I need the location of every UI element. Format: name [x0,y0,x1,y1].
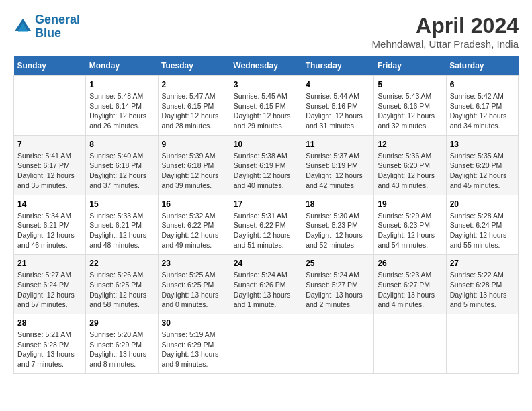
day-number: 17 [234,199,298,209]
day-number: 13 [450,140,515,149]
day-info: Sunrise: 5:22 AMSunset: 6:28 PMDaylight:… [450,270,515,310]
day-number: 23 [162,259,226,268]
calendar-cell: 1Sunrise: 5:48 AMSunset: 6:14 PMDaylight… [86,76,158,136]
day-number: 10 [234,140,298,149]
day-number: 9 [162,140,226,149]
page-subtitle: Mehndawal, Uttar Pradesh, India [372,38,519,50]
calendar-table: SundayMondayTuesdayWednesdayThursdayFrid… [13,56,519,374]
day-info: Sunrise: 5:38 AMSunset: 6:19 PMDaylight:… [234,151,298,191]
day-info: Sunrise: 5:31 AMSunset: 6:22 PMDaylight:… [234,211,298,250]
day-info: Sunrise: 5:41 AMSunset: 6:17 PMDaylight:… [17,151,82,191]
day-number: 14 [17,199,82,209]
calendar-cell: 24Sunrise: 5:24 AMSunset: 6:26 PMDayligh… [230,255,302,314]
day-number: 22 [89,259,154,268]
calendar-cell: 5Sunrise: 5:43 AMSunset: 6:16 PMDaylight… [374,76,446,136]
day-number: 28 [17,318,82,328]
calendar-cell: 27Sunrise: 5:22 AMSunset: 6:28 PMDayligh… [446,255,518,314]
calendar-cell: 15Sunrise: 5:33 AMSunset: 6:21 PMDayligh… [86,195,158,255]
calendar-cell: 2Sunrise: 5:47 AMSunset: 6:15 PMDaylight… [158,76,230,136]
logo-line2: Blue [35,26,61,40]
day-info: Sunrise: 5:24 AMSunset: 6:26 PMDaylight:… [234,270,298,310]
page-title: April 2024 [372,13,519,38]
day-number: 21 [17,259,82,268]
day-info: Sunrise: 5:48 AMSunset: 6:14 PMDaylight:… [89,91,154,131]
weekday-header-sunday: Sunday [14,56,86,76]
day-info: Sunrise: 5:26 AMSunset: 6:25 PMDaylight:… [89,270,154,310]
day-info: Sunrise: 5:42 AMSunset: 6:17 PMDaylight:… [450,91,515,131]
day-info: Sunrise: 5:34 AMSunset: 6:21 PMDaylight:… [17,211,82,250]
calendar-cell: 26Sunrise: 5:23 AMSunset: 6:27 PMDayligh… [374,255,446,314]
day-info: Sunrise: 5:28 AMSunset: 6:24 PMDaylight:… [450,211,515,250]
day-number: 25 [306,259,370,268]
day-info: Sunrise: 5:32 AMSunset: 6:22 PMDaylight:… [162,211,226,250]
day-number: 15 [89,199,154,209]
day-info: Sunrise: 5:27 AMSunset: 6:24 PMDaylight:… [17,270,82,310]
day-number: 19 [378,199,442,209]
calendar-cell: 16Sunrise: 5:32 AMSunset: 6:22 PMDayligh… [158,195,230,255]
calendar-cell [374,314,446,374]
calendar-cell [230,314,302,374]
day-info: Sunrise: 5:47 AMSunset: 6:15 PMDaylight:… [162,91,226,131]
calendar-cell: 3Sunrise: 5:45 AMSunset: 6:15 PMDaylight… [230,76,302,136]
calendar-cell [446,314,518,374]
day-info: Sunrise: 5:29 AMSunset: 6:23 PMDaylight:… [378,211,442,250]
calendar-cell [302,314,374,374]
calendar-cell: 4Sunrise: 5:44 AMSunset: 6:16 PMDaylight… [302,76,374,136]
day-info: Sunrise: 5:45 AMSunset: 6:15 PMDaylight:… [234,91,298,131]
logo-line1: General [35,13,80,26]
day-number: 3 [234,80,298,89]
calendar-cell: 13Sunrise: 5:35 AMSunset: 6:20 PMDayligh… [446,135,518,195]
day-info: Sunrise: 5:37 AMSunset: 6:19 PMDaylight:… [306,151,370,191]
day-number: 20 [450,199,515,209]
calendar-cell: 9Sunrise: 5:39 AMSunset: 6:18 PMDaylight… [158,135,230,195]
page-header: General Blue April 2024 Mehndawal, Uttar… [13,13,519,50]
calendar-cell: 8Sunrise: 5:40 AMSunset: 6:18 PMDaylight… [86,135,158,195]
title-block: April 2024 Mehndawal, Uttar Pradesh, Ind… [372,13,519,50]
logo-icon [13,17,32,36]
day-number: 30 [162,318,226,328]
weekday-header-wednesday: Wednesday [230,56,302,76]
day-number: 16 [162,199,226,209]
day-info: Sunrise: 5:39 AMSunset: 6:18 PMDaylight:… [162,151,226,191]
day-number: 2 [162,80,226,89]
calendar-cell: 12Sunrise: 5:36 AMSunset: 6:20 PMDayligh… [374,135,446,195]
day-number: 27 [450,259,515,268]
weekday-header-tuesday: Tuesday [158,56,230,76]
calendar-cell: 21Sunrise: 5:27 AMSunset: 6:24 PMDayligh… [14,255,86,314]
weekday-header-saturday: Saturday [446,56,518,76]
day-number: 5 [378,80,442,89]
day-info: Sunrise: 5:25 AMSunset: 6:25 PMDaylight:… [162,270,226,310]
day-info: Sunrise: 5:24 AMSunset: 6:27 PMDaylight:… [306,270,370,310]
day-info: Sunrise: 5:21 AMSunset: 6:28 PMDaylight:… [17,330,82,369]
day-info: Sunrise: 5:23 AMSunset: 6:27 PMDaylight:… [378,270,442,310]
calendar-cell [14,76,86,136]
calendar-cell: 17Sunrise: 5:31 AMSunset: 6:22 PMDayligh… [230,195,302,255]
day-number: 1 [89,80,154,89]
calendar-row-1: 7Sunrise: 5:41 AMSunset: 6:17 PMDaylight… [14,135,519,195]
weekday-header-row: SundayMondayTuesdayWednesdayThursdayFrid… [14,56,519,76]
day-info: Sunrise: 5:19 AMSunset: 6:29 PMDaylight:… [162,330,226,369]
day-info: Sunrise: 5:30 AMSunset: 6:23 PMDaylight:… [306,211,370,250]
day-number: 24 [234,259,298,268]
calendar-row-0: 1Sunrise: 5:48 AMSunset: 6:14 PMDaylight… [14,76,519,136]
calendar-cell: 30Sunrise: 5:19 AMSunset: 6:29 PMDayligh… [158,314,230,374]
weekday-header-thursday: Thursday [302,56,374,76]
day-info: Sunrise: 5:43 AMSunset: 6:16 PMDaylight:… [378,91,442,131]
day-info: Sunrise: 5:35 AMSunset: 6:20 PMDaylight:… [450,151,515,191]
day-info: Sunrise: 5:44 AMSunset: 6:16 PMDaylight:… [306,91,370,131]
day-number: 6 [450,80,515,89]
day-number: 18 [306,199,370,209]
calendar-cell: 18Sunrise: 5:30 AMSunset: 6:23 PMDayligh… [302,195,374,255]
calendar-cell: 14Sunrise: 5:34 AMSunset: 6:21 PMDayligh… [14,195,86,255]
day-number: 11 [306,140,370,149]
calendar-cell: 19Sunrise: 5:29 AMSunset: 6:23 PMDayligh… [374,195,446,255]
calendar-cell: 11Sunrise: 5:37 AMSunset: 6:19 PMDayligh… [302,135,374,195]
day-info: Sunrise: 5:36 AMSunset: 6:20 PMDaylight:… [378,151,442,191]
day-info: Sunrise: 5:40 AMSunset: 6:18 PMDaylight:… [89,151,154,191]
logo: General Blue [13,13,80,40]
calendar-cell: 25Sunrise: 5:24 AMSunset: 6:27 PMDayligh… [302,255,374,314]
day-number: 7 [17,140,82,149]
weekday-header-friday: Friday [374,56,446,76]
calendar-row-2: 14Sunrise: 5:34 AMSunset: 6:21 PMDayligh… [14,195,519,255]
calendar-row-3: 21Sunrise: 5:27 AMSunset: 6:24 PMDayligh… [14,255,519,314]
